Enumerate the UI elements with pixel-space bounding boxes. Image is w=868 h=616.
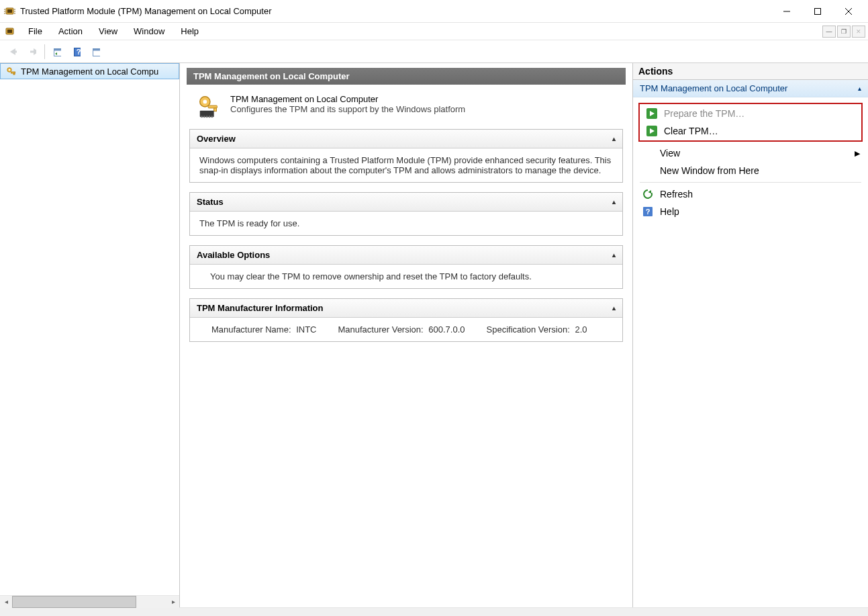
properties-button[interactable] [48, 43, 66, 60]
mdi-minimize-button[interactable]: — [822, 26, 836, 38]
actions-group-title: TPM Management on Local Computer [640, 83, 787, 93]
mfr-spec-value: 2.0 [575, 324, 587, 335]
collapse-icon: ▴ [612, 251, 616, 259]
help-button[interactable]: ? [68, 43, 85, 60]
manufacturer-header[interactable]: TPM Manufacturer Information ▴ [190, 299, 622, 318]
manufacturer-row: Manufacturer Name: INTC Manufacturer Ver… [199, 324, 613, 335]
svg-rect-17 [30, 50, 34, 52]
svg-point-27 [9, 69, 10, 71]
svg-rect-1 [7, 9, 12, 13]
action-prepare-tpm[interactable]: Prepare the TPM… [640, 105, 861, 122]
tree-content: TPM Management on Local Compu [0, 63, 179, 595]
svg-marker-16 [34, 48, 36, 55]
scroll-thumb[interactable] [12, 596, 136, 608]
center-pane-title: TPM Management on Local Computer [187, 68, 626, 85]
tpm-key-chip-icon [197, 94, 222, 120]
action-help[interactable]: ? Help [636, 203, 865, 220]
center-pane: TPM Management on Local Computer TPM Man… [180, 63, 633, 607]
svg-rect-9 [815, 8, 821, 14]
menu-file[interactable]: File [20, 23, 50, 40]
mmc-chip-icon [4, 26, 16, 38]
window-controls [771, 1, 864, 21]
options-card: Available Options ▴ You may clear the TP… [189, 245, 623, 289]
action-view[interactable]: View ▶ [636, 144, 865, 162]
svg-rect-37 [206, 116, 207, 118]
status-body: The TPM is ready for use. [190, 212, 622, 235]
svg-rect-15 [15, 50, 17, 52]
green-arrow-icon [646, 126, 657, 136]
options-header[interactable]: Available Options ▴ [190, 246, 622, 265]
mfr-name-field: Manufacturer Name: INTC [211, 324, 316, 335]
tpm-key-icon [6, 66, 17, 77]
minimize-button[interactable] [771, 1, 802, 21]
tree-item-label: TPM Management on Local Compu [21, 67, 158, 77]
toolbar: ? [0, 40, 868, 63]
svg-rect-33 [214, 108, 217, 112]
menu-help[interactable]: Help [173, 23, 207, 40]
mfr-version-field: Manufacturer Version: 600.7.0.0 [338, 324, 465, 335]
scroll-right-button[interactable]: ▸ [167, 596, 179, 608]
overview-header[interactable]: Overview ▴ [190, 130, 622, 148]
intro-desc: Configures the TPM and its support by th… [230, 104, 465, 114]
green-arrow-icon [646, 108, 657, 119]
actions-group-header[interactable]: TPM Management on Local Computer ▴ [633, 80, 868, 97]
mfr-spec-field: Specification Version: 2.0 [487, 324, 587, 335]
svg-rect-29 [13, 73, 15, 75]
overview-body: Windows computers containing a Trusted P… [190, 148, 622, 182]
tree-item-tpm[interactable]: TPM Management on Local Compu [0, 63, 179, 79]
action-label: Refresh [660, 189, 693, 200]
status-card: Status ▴ The TPM is ready for use. [189, 192, 623, 236]
options-body: You may clear the TPM to remove ownershi… [190, 265, 622, 288]
action-refresh[interactable]: Refresh [636, 185, 865, 203]
mfr-version-value: 600.7.0.0 [428, 324, 465, 335]
menubar: File Action View Window Help — ❐ ✕ [0, 23, 868, 40]
status-header[interactable]: Status ▴ [190, 193, 622, 212]
action-label: Prepare the TPM… [664, 108, 744, 119]
help-icon: ? [642, 206, 653, 217]
app-tpm-chip-icon [4, 5, 16, 17]
manufacturer-card: TPM Manufacturer Information ▴ Manufactu… [189, 298, 623, 342]
intro-title: TPM Management on Local Computer [230, 94, 465, 104]
action-label: View [660, 148, 680, 159]
actions-pane-title: Actions [633, 63, 868, 80]
menu-view[interactable]: View [91, 23, 126, 40]
scroll-track[interactable] [12, 596, 167, 608]
menu-action[interactable]: Action [50, 23, 91, 40]
status-title: Status [197, 197, 224, 207]
svg-rect-19 [54, 48, 62, 50]
mfr-name-value: INTC [296, 324, 316, 335]
overview-card: Overview ▴ Windows computers containing … [189, 129, 623, 183]
tree-pane: TPM Management on Local Compu ◂ ▸ [0, 63, 180, 607]
mfr-version-label: Manufacturer Version: [338, 324, 423, 335]
svg-marker-14 [10, 48, 15, 55]
center-intro: TPM Management on Local Computer Configu… [187, 85, 626, 126]
menu-window[interactable]: Window [126, 23, 173, 40]
tree-horizontal-scrollbar[interactable]: ◂ ▸ [0, 595, 179, 607]
submenu-arrow-icon: ▶ [855, 149, 860, 158]
mfr-spec-label: Specification Version: [487, 324, 570, 335]
maximize-button[interactable] [802, 1, 833, 21]
action-label: New Window from Here [660, 165, 759, 176]
svg-text:?: ? [77, 48, 81, 56]
scroll-left-button[interactable]: ◂ [0, 596, 12, 608]
action-new-window[interactable]: New Window from Here [636, 162, 865, 179]
back-button[interactable] [4, 43, 21, 60]
separator [44, 44, 45, 59]
workspace: TPM Management on Local Compu ◂ ▸ TPM Ma… [0, 63, 868, 608]
svg-text:?: ? [646, 208, 650, 216]
mdi-close-button[interactable]: ✕ [852, 26, 865, 38]
show-hide-console-tree-button[interactable] [87, 43, 105, 60]
action-clear-tpm[interactable]: Clear TPM… [640, 122, 861, 140]
mdi-restore-button[interactable]: ❐ [837, 26, 851, 38]
action-label: Clear TPM… [664, 126, 718, 136]
collapse-icon: ▴ [612, 135, 616, 142]
intro-text: TPM Management on Local Computer Configu… [230, 94, 465, 120]
close-button[interactable] [833, 1, 864, 21]
svg-rect-38 [209, 116, 210, 118]
collapse-icon: ▴ [612, 198, 616, 206]
collapse-icon: ▴ [858, 85, 861, 92]
forward-button[interactable] [23, 43, 41, 60]
svg-rect-32 [208, 105, 217, 108]
titlebar: Trusted Platform Module (TPM) Management… [0, 0, 868, 23]
overview-title: Overview [197, 134, 236, 144]
